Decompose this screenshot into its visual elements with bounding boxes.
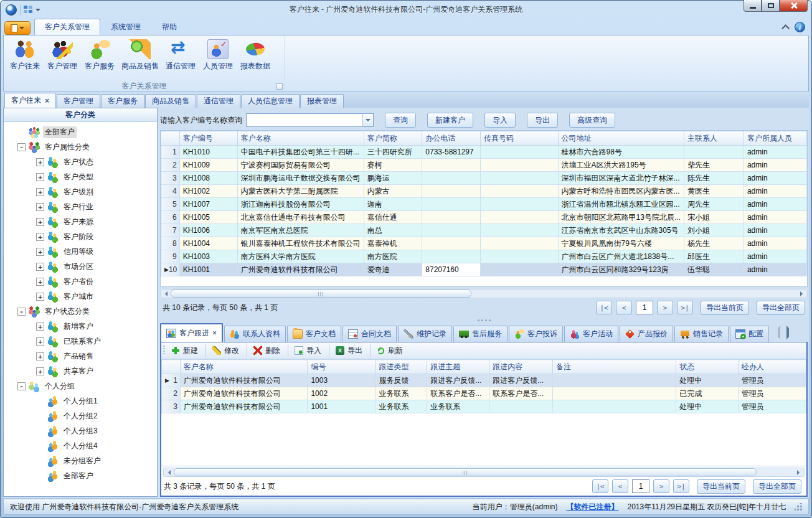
tree-item[interactable]: - 客户状态分类 [4, 304, 157, 319]
tabs-scroll-left-icon[interactable] [775, 328, 781, 337]
tree-expander-icon[interactable]: + [36, 367, 44, 375]
ribbon-button[interactable]: 客户管理 [44, 38, 81, 73]
ribbon-button[interactable]: 客户服务 [81, 38, 118, 73]
dialog-launcher-icon[interactable] [276, 83, 283, 90]
tree-item[interactable]: + 客户行业 [4, 199, 157, 214]
tree-expander-icon[interactable]: + [36, 337, 44, 346]
scrollbar-track[interactable] [174, 468, 794, 476]
tree-item[interactable]: 个人分组4 [4, 438, 157, 453]
tree-item[interactable]: + 客户阶段 [4, 229, 157, 244]
ribbon-button[interactable]: 商品及销售 [118, 38, 162, 73]
tree-item[interactable]: + 共享客户 [4, 364, 157, 379]
tree-item[interactable]: 全部客户 [4, 125, 157, 139]
detail-tab[interactable]: 客户投诉 [509, 326, 563, 342]
document-tab[interactable]: 客户管理 [57, 94, 100, 108]
export-current-page-button[interactable]: 导出当前页 [697, 479, 745, 494]
ribbon-button[interactable]: 客户往来 [6, 38, 44, 73]
col-fax[interactable]: 传真号码 [481, 131, 559, 146]
first-page-button[interactable]: |< [596, 301, 612, 314]
tree-item[interactable]: - 客户属性分类 [4, 139, 157, 154]
scroll-right-icon[interactable] [797, 290, 807, 298]
export-all-pages-button[interactable]: 导出全部页 [757, 301, 805, 315]
table-row[interactable]: 5 KH1007 浙江迦南科技股份有限公司 迦南 浙江省温州市瓯北镇东瓯工业区园… [161, 198, 807, 211]
table-row[interactable]: 3 KH1008 深圳市鹏海运电子数据交换有限公司 鹏海运 深圳市福田区深南大道… [161, 172, 807, 185]
tree-expander-icon[interactable]: + [36, 293, 44, 301]
first-page-button[interactable]: |< [592, 479, 608, 493]
toolbar-button[interactable]: 导入 [288, 344, 325, 357]
detail-tab[interactable]: 销售记录 [674, 326, 729, 342]
scrollbar-track[interactable] [171, 290, 797, 298]
tree-item[interactable]: 个人分组1 [4, 393, 157, 408]
import-button[interactable]: 导入 [484, 113, 516, 128]
tab-close-icon[interactable]: × [45, 97, 49, 105]
col-handler[interactable]: 经办人 [738, 360, 806, 374]
splitter-handle[interactable] [160, 317, 808, 323]
ribbon-tab-crm[interactable]: 客户关系管理 [34, 19, 100, 35]
col-office-phone[interactable]: 办公电话 [422, 131, 481, 146]
scroll-left-icon[interactable] [164, 468, 174, 476]
tree-expander-icon[interactable]: + [36, 323, 44, 331]
tree-item[interactable]: + 客户状态 [4, 154, 157, 169]
app-menu-button[interactable] [4, 21, 31, 35]
tree-item[interactable]: + 客户来源 [4, 214, 157, 229]
col-customer-name[interactable]: 客户名称 [180, 360, 308, 374]
export-all-pages-button[interactable]: 导出全部页 [753, 479, 801, 494]
next-page-button[interactable]: > [657, 301, 673, 314]
tree-item[interactable]: + 客户类型 [4, 169, 157, 184]
tree-item[interactable]: 个人分组3 [4, 423, 157, 438]
tree-item[interactable]: 全部客户 [4, 468, 157, 483]
tree-expander-icon[interactable]: + [36, 263, 44, 271]
prev-page-button[interactable]: < [612, 479, 628, 493]
export-button[interactable]: 导出 [527, 113, 558, 128]
toolbar-button[interactable]: 导出 [329, 344, 366, 357]
table-row[interactable]: 2 KH1009 宁波赛柯国际贸易有限公司 赛柯 洪塘工业A区洪大路195号 柴… [161, 159, 807, 172]
scrollbar-thumb[interactable] [171, 290, 471, 298]
detail-grid-hscrollbar[interactable] [163, 468, 805, 477]
detail-tab[interactable]: 产品报价 [620, 326, 673, 342]
detail-tab[interactable]: 合同文档 [342, 326, 397, 342]
detail-tab[interactable]: 配置 [730, 326, 769, 342]
combo-dropdown-button[interactable] [362, 114, 373, 126]
col-follow-content[interactable]: 跟进内容 [489, 360, 553, 374]
scroll-left-icon[interactable] [161, 290, 171, 298]
tabs-scroll-right-icon[interactable] [785, 328, 791, 337]
table-row[interactable]: 3 广州爱奇迪软件科技有限公司 1001 业务联系 业务联系 处理中 管理员 [162, 400, 806, 413]
tree-expander-icon[interactable]: + [36, 203, 44, 211]
main-grid-hscrollbar[interactable] [160, 289, 808, 298]
maximize-button[interactable] [762, 0, 780, 12]
tree-item[interactable]: + 信用等级 [4, 244, 157, 259]
tree-item[interactable]: + 产品销售 [4, 349, 157, 364]
ribbon-tab-system[interactable]: 系统管理 [100, 19, 151, 35]
table-row[interactable]: 9 KH1003 南方医科大学南方医院 南方医院 广州市白云区广州大道北1838… [161, 250, 807, 263]
info-icon[interactable]: i [795, 22, 805, 32]
toolbar-button[interactable]: 新建 [168, 344, 202, 357]
col-contact[interactable]: 主联系人 [684, 131, 744, 146]
tree-expander-icon[interactable]: + [36, 218, 44, 226]
toolbar-button[interactable]: 修改 [205, 344, 243, 357]
scrollbar-thumb[interactable] [174, 468, 757, 476]
document-tab[interactable]: 客户往来 × [4, 93, 56, 108]
detail-tab[interactable]: 维护记录 [398, 326, 452, 342]
tree-expander-icon[interactable]: - [17, 143, 26, 151]
tree-expander-icon[interactable]: + [36, 248, 44, 256]
table-row[interactable]: ▶10 KH1001 广州爱奇迪软件科技有限公司 爱奇迪 87207160 广州… [161, 263, 807, 276]
ribbon-button[interactable]: 人员管理 [199, 38, 237, 73]
tree-item[interactable]: + 客户城市 [4, 289, 157, 304]
next-page-button[interactable]: > [653, 479, 669, 493]
tree-item[interactable]: + 客户省份 [4, 274, 157, 289]
document-tab[interactable]: 客户服务 [101, 94, 144, 108]
tree-item[interactable]: + 新增客户 [4, 319, 157, 334]
tree-item[interactable]: + 市场分区 [4, 259, 157, 274]
table-row[interactable]: 4 KH1002 内蒙古医科大学第二附属医院 内蒙古 内蒙古呼和浩特市回民区内蒙… [161, 185, 807, 198]
tab-close-icon[interactable]: × [212, 329, 217, 337]
table-row[interactable]: 1 KH1010 中国电子科技集团公司第三十四研... 三十四研究所 0733-… [161, 146, 807, 159]
document-tab[interactable]: 商品及销售 [145, 94, 196, 108]
close-button[interactable] [780, 0, 808, 12]
resize-grip-icon[interactable] [795, 503, 802, 511]
col-follow-subject[interactable]: 跟进主题 [427, 360, 489, 374]
last-page-button[interactable]: >| [673, 479, 689, 493]
category-settings-icon[interactable] [144, 110, 154, 120]
detail-tab[interactable]: 售后服务 [453, 326, 507, 342]
page-number-input[interactable] [636, 301, 653, 314]
tree-expander-icon[interactable]: + [36, 233, 44, 241]
